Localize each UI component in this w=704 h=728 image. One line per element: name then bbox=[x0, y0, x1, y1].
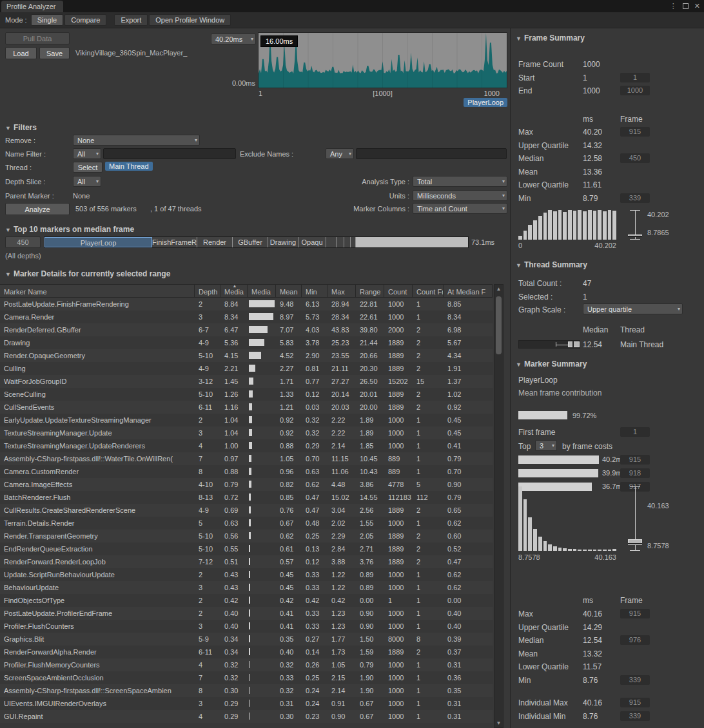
table-column-header[interactable]: Media▲ bbox=[220, 285, 248, 297]
table-row[interactable]: EarlyUpdate.UpdateTextureStreamingManage… bbox=[0, 414, 493, 426]
table-column-header[interactable]: Depth bbox=[195, 285, 220, 297]
frame-link-button[interactable]: 1 bbox=[620, 427, 650, 437]
table-row[interactable]: ScreenSpaceAmbientOcclusion70.320.330.25… bbox=[0, 671, 493, 684]
top-markers-header[interactable]: ▼Top 10 markers on median frame bbox=[5, 225, 134, 234]
top-marker-segment[interactable] bbox=[351, 237, 356, 247]
table-column-header[interactable]: Range bbox=[356, 285, 384, 297]
depth-slice-dropdown[interactable]: All bbox=[73, 176, 101, 187]
graph-scale-dropdown[interactable]: Upper quartile bbox=[583, 303, 683, 314]
table-row[interactable]: Assembly-CSharp-firstpass.dll!::WaterTil… bbox=[0, 452, 493, 465]
open-profiler-window-button[interactable]: Open Profiler Window bbox=[149, 14, 231, 26]
marker-columns-dropdown[interactable]: Time and Count bbox=[413, 203, 507, 214]
frame-link-button[interactable]: 1 bbox=[620, 73, 650, 82]
table-row[interactable]: GUI.Repaint40.290.300.230.900.67100010.3… bbox=[0, 710, 493, 723]
top-marker-segment[interactable]: Opaqu bbox=[298, 237, 326, 247]
chart-scale-dropdown[interactable]: 40.20ms bbox=[211, 34, 256, 44]
table-row[interactable]: BatchRenderer.Flush8-130.720.850.4715.02… bbox=[0, 491, 493, 504]
frame-link-button[interactable]: 339 bbox=[620, 711, 650, 721]
analyze-button[interactable]: Analyze bbox=[5, 203, 70, 215]
table-row[interactable]: Render.TransparentGeometry5-100.560.620.… bbox=[0, 530, 493, 542]
table-row[interactable]: Render.OpaqueGeometry5-104.154.522.9023.… bbox=[0, 349, 493, 362]
marker-summary-header[interactable]: ▼Marker Summary bbox=[516, 359, 587, 369]
name-filter-input[interactable] bbox=[103, 148, 236, 159]
mode-single-button[interactable]: Single bbox=[31, 14, 64, 26]
frame-link-button[interactable]: 915 bbox=[620, 698, 650, 707]
table-row[interactable]: Drawing4-95.365.833.7825.2321.44188925.6… bbox=[0, 336, 493, 349]
thread-value-chip[interactable]: Main Thread bbox=[105, 162, 153, 171]
table-row[interactable]: TextureStreamingManager.UpdateRenderers4… bbox=[0, 439, 493, 452]
remove-dropdown[interactable]: None bbox=[73, 135, 200, 146]
thread-row[interactable]: 12.54 Main Thread bbox=[511, 338, 704, 351]
maximize-icon[interactable] bbox=[683, 3, 689, 9]
table-row[interactable]: RenderForward.RenderLoopJob7-120.510.570… bbox=[0, 555, 493, 568]
load-button[interactable]: Load bbox=[5, 47, 37, 59]
close-icon[interactable]: ✕ bbox=[694, 2, 700, 10]
table-row[interactable]: PostLateUpdate.FinishFrameRendering28.84… bbox=[0, 298, 493, 311]
frame-link-button[interactable]: 339 bbox=[620, 675, 650, 685]
frame-link-button[interactable]: 1000 bbox=[620, 86, 650, 95]
table-row[interactable]: Graphics.Blit5-90.340.350.271.771.508000… bbox=[0, 633, 493, 646]
name-filter-dropdown[interactable]: All bbox=[73, 148, 101, 159]
table-column-header[interactable]: Count bbox=[384, 285, 413, 297]
frame-link-button[interactable]: 915 bbox=[620, 127, 650, 137]
table-row[interactable]: EndRenderQueueExtraction5-100.550.610.13… bbox=[0, 542, 493, 555]
median-frame-button[interactable]: 450 bbox=[5, 236, 41, 248]
table-row[interactable]: Culling4-92.212.270.8121.1120.30188921.9… bbox=[0, 362, 493, 375]
frame-link-button[interactable]: 450 bbox=[620, 153, 650, 163]
scrollbar-thumb[interactable] bbox=[496, 296, 502, 354]
table-row[interactable]: Profiler.FlushMemoryCounters40.320.320.2… bbox=[0, 658, 493, 671]
top-n-dropdown[interactable]: 3 bbox=[535, 440, 557, 451]
table-row[interactable]: UIEvents.IMGUIRenderOverlays30.290.310.2… bbox=[0, 697, 493, 710]
pull-data-button[interactable]: Pull Data bbox=[5, 32, 70, 44]
save-button[interactable]: Save bbox=[39, 47, 70, 59]
filters-header[interactable]: ▼Filters bbox=[5, 123, 37, 132]
units-dropdown[interactable]: Milliseconds bbox=[413, 190, 507, 201]
table-row[interactable]: FindObjectsOfType20.420.420.420.420.0011… bbox=[0, 594, 493, 607]
table-column-header[interactable]: Max bbox=[328, 285, 356, 297]
table-column-header[interactable]: Media bbox=[248, 285, 276, 297]
analysis-type-dropdown[interactable]: Total bbox=[413, 176, 507, 187]
table-column-header[interactable]: Count Fra bbox=[413, 285, 444, 297]
top-marker-segment[interactable]: Render bbox=[197, 237, 233, 247]
scroll-down-icon[interactable]: ▼ bbox=[494, 719, 503, 727]
mode-compare-button[interactable]: Compare bbox=[64, 14, 106, 26]
frame-link-button[interactable]: 915 bbox=[620, 455, 650, 465]
thread-select-button[interactable]: Select bbox=[73, 162, 103, 173]
export-button[interactable]: Export bbox=[114, 14, 148, 26]
top-marker-segment[interactable] bbox=[326, 237, 337, 247]
scroll-up-icon[interactable]: ▲ bbox=[494, 285, 503, 293]
exclude-names-dropdown[interactable]: Any bbox=[326, 148, 354, 159]
frame-link-button[interactable]: 915 bbox=[620, 609, 650, 618]
top-marker-segment[interactable]: Drawing bbox=[268, 237, 298, 247]
exclude-names-input[interactable] bbox=[356, 148, 507, 159]
top-marker-segment[interactable]: FinishFrameR bbox=[152, 237, 197, 247]
top-marker-segment[interactable]: GBuffer bbox=[233, 237, 268, 247]
frame-link-button[interactable]: 918 bbox=[620, 468, 650, 478]
table-row[interactable]: Profiler.FlushCounters30.400.410.331.230… bbox=[0, 620, 493, 633]
table-row[interactable]: CullSendEvents6-111.161.210.0320.0320.00… bbox=[0, 401, 493, 414]
table-column-header[interactable]: Mean bbox=[276, 285, 302, 297]
kebab-menu-icon[interactable]: ⋮ bbox=[670, 2, 677, 10]
marker-details-header[interactable]: ▼Marker Details for currently selected r… bbox=[5, 269, 170, 278]
table-row[interactable]: BehaviourUpdate30.430.450.331.220.891000… bbox=[0, 581, 493, 594]
table-row[interactable]: SceneCulling5-101.261.330.1220.1420.0118… bbox=[0, 388, 493, 401]
table-row[interactable]: PostLateUpdate.ProfilerEndFrame20.400.41… bbox=[0, 607, 493, 620]
table-row[interactable]: Assembly-CSharp-firstpass.dll!::ScreenSp… bbox=[0, 684, 493, 697]
frame-summary-header[interactable]: ▼Frame Summary bbox=[516, 34, 585, 43]
table-row[interactable]: Camera.Render38.348.975.7328.3422.611000… bbox=[0, 311, 493, 323]
table-scrollbar[interactable]: ▲ ▼ bbox=[494, 284, 504, 728]
top-marker-segment[interactable] bbox=[344, 237, 351, 247]
table-column-header[interactable]: Min bbox=[302, 285, 328, 297]
table-row[interactable]: TextureStreamingManager.Update31.040.920… bbox=[0, 426, 493, 439]
top-marker-segment[interactable] bbox=[337, 237, 344, 247]
window-tab[interactable]: Profile Analyzer bbox=[1, 1, 63, 12]
table-column-header[interactable]: Marker Name bbox=[0, 285, 195, 297]
frame-link-button[interactable]: 976 bbox=[620, 635, 650, 645]
table-row[interactable]: CullResults.CreateSharedRendererScene4-9… bbox=[0, 504, 493, 517]
top-marker-segment[interactable]: PlayerLoop bbox=[44, 237, 152, 247]
selected-marker-chip[interactable]: PlayerLoop bbox=[464, 98, 507, 107]
thread-summary-header[interactable]: ▼Thread Summary bbox=[516, 260, 587, 269]
table-row[interactable]: Camera.ImageEffects4-100.790.820.624.483… bbox=[0, 478, 493, 491]
table-column-header[interactable]: At Median F bbox=[444, 285, 493, 297]
table-row[interactable]: RenderForwardAlpha.Render6-110.340.400.1… bbox=[0, 646, 493, 658]
